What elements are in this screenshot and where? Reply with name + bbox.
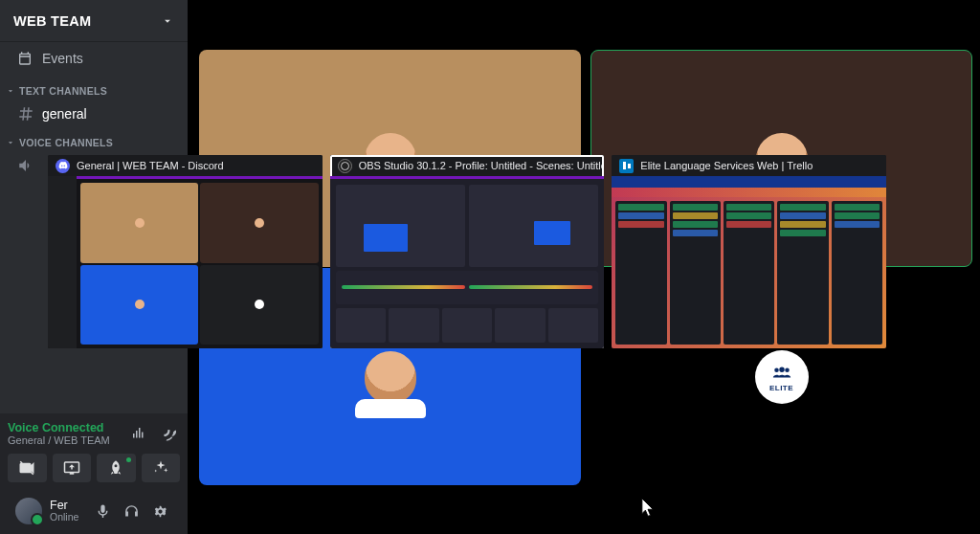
speaker-icon [17, 157, 34, 174]
discord-icon [56, 159, 70, 173]
deafen-button[interactable] [119, 499, 144, 523]
activity-button[interactable] [97, 454, 136, 482]
channel-name: general [42, 106, 87, 122]
elite-logo: ELITE [755, 350, 809, 404]
voice-status: Voice Connected [8, 421, 110, 434]
rocket-icon [107, 459, 124, 477]
text-channels-header[interactable]: TEXT CHANNELS [0, 76, 188, 100]
participant-head [365, 351, 416, 403]
voice-location: General / WEB TEAM [8, 434, 110, 446]
screen-icon [63, 459, 80, 477]
events-button[interactable]: Events [0, 42, 188, 76]
events-label: Events [42, 51, 83, 66]
elite-label: ELITE [769, 384, 793, 392]
user-panel: Fer Online [8, 488, 180, 534]
alt-tab-window-trello[interactable]: Elite Language Services Web | Trello [612, 155, 886, 348]
calendar-icon [17, 51, 33, 66]
camera-off-icon [18, 459, 35, 477]
user-status: Online [50, 511, 78, 523]
alt-tab-window-obs[interactable]: OBS Studio 30.1.2 - Profile: Untitled - … [330, 155, 605, 348]
disconnect-icon [159, 425, 176, 442]
window-title: OBS Studio 30.1.2 - Profile: Untitled - … [359, 160, 605, 171]
server-name: WEB TEAM [13, 13, 91, 29]
disconnect-button[interactable] [155, 421, 180, 446]
screenshare-button[interactable] [53, 454, 92, 482]
chevron-down-icon [6, 86, 15, 96]
window-thumbnail [48, 176, 323, 348]
trello-icon [619, 159, 634, 173]
window-title: Elite Language Services Web | Trello [640, 160, 813, 171]
hash-icon [17, 105, 34, 122]
sparkle-icon [152, 459, 169, 477]
settings-button[interactable] [147, 499, 172, 523]
mute-button[interactable] [90, 499, 115, 523]
mic-icon [95, 503, 111, 520]
chevron-down-icon [6, 138, 15, 147]
noise-suppression-button[interactable] [126, 421, 151, 446]
voice-channels-header[interactable]: VOICE CHANNELS [0, 127, 188, 152]
alt-tab-switcher: General | WEB TEAM - Discord OBS Studio … [48, 155, 886, 348]
people-icon [771, 362, 792, 383]
text-channel-general[interactable]: general [0, 100, 188, 127]
user-avatar[interactable] [15, 498, 42, 524]
signal-icon [130, 425, 147, 442]
window-title: General | WEB TEAM - Discord [77, 160, 224, 171]
activity-indicator [126, 457, 131, 462]
server-header[interactable]: WEB TEAM [0, 0, 188, 42]
obs-icon [338, 159, 352, 173]
chevron-down-icon [161, 14, 174, 28]
soundboard-button[interactable] [142, 454, 181, 482]
window-thumbnail [612, 176, 886, 348]
camera-button[interactable] [8, 454, 47, 482]
voice-panel: Voice Connected General / WEB TEAM [0, 413, 188, 534]
headphones-icon [123, 503, 140, 520]
user-name: Fer [50, 500, 78, 512]
window-thumbnail [330, 176, 605, 348]
gear-icon [152, 503, 168, 520]
cursor-icon [641, 498, 655, 517]
alt-tab-window-discord[interactable]: General | WEB TEAM - Discord [48, 155, 323, 348]
